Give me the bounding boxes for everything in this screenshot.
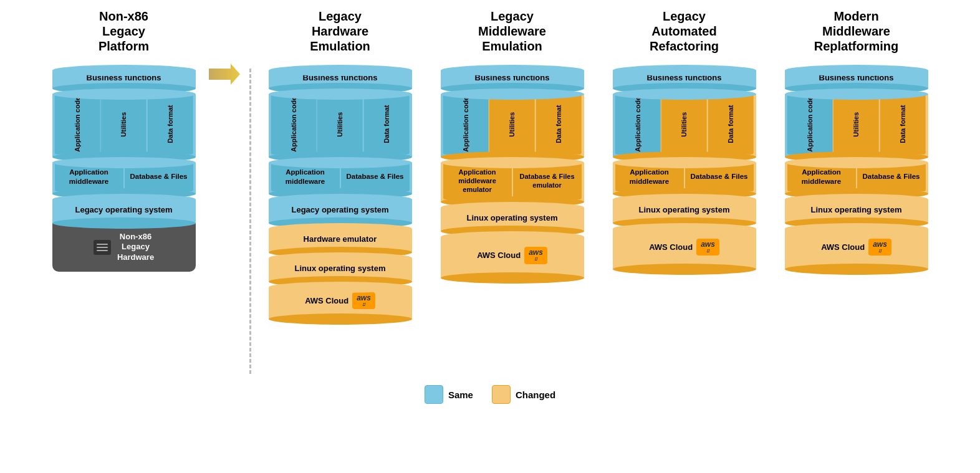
- dashed-sep: [244, 6, 257, 374]
- col2-linux: Linux operating system: [467, 213, 558, 222]
- col1-title: LegacyHardwareEmulation: [310, 6, 370, 56]
- col3-mw-band: Application middleware Database & Files: [613, 157, 756, 199]
- col-mmr: ModernMiddlewareReplatforming Business f…: [776, 6, 938, 275]
- col2-stack: Business functions Application code Util…: [441, 65, 584, 284]
- col1-linux: Linux operating system: [295, 264, 386, 273]
- col-lar: LegacyAutomatedRefactoring Business func…: [603, 6, 766, 275]
- col0-dataformat: Data format: [148, 94, 193, 155]
- col4-utilities: Utilities: [833, 94, 879, 155]
- col0-os-band: Legacy operating system: [52, 194, 196, 229]
- col2-aws-badge: aws ⨿: [524, 247, 547, 264]
- col1-os: Legacy operating system: [291, 205, 388, 214]
- main-container: Non-x86LegacyPlatform Business functions…: [0, 0, 980, 416]
- col3-aws-badge: aws ⨿: [696, 239, 719, 256]
- col1-utilities: Utilities: [317, 94, 363, 155]
- legend-same: Same: [425, 385, 473, 404]
- col3-sub-band: Application code Utilities Data format: [613, 88, 756, 163]
- col2-title: LegacyMiddlewareEmulation: [478, 6, 546, 56]
- col4-appcode: Application code: [787, 94, 833, 155]
- col1-aws-badge: aws ⨿: [352, 292, 375, 310]
- col0-title: Non-x86LegacyPlatform: [98, 6, 149, 56]
- col3-linux: Linux operating system: [639, 205, 730, 214]
- col1-hwemu: Hardware emulator: [304, 234, 377, 244]
- col2-utilities: Utilities: [489, 94, 535, 155]
- arrow-col: [208, 6, 242, 86]
- hardware-icon: [94, 240, 111, 255]
- col4-aws-band: AWS Cloud aws ⨿: [785, 223, 928, 275]
- col1-aws-text: AWS Cloud: [305, 296, 348, 305]
- col4-aws-text: AWS Cloud: [821, 242, 865, 252]
- col3-utilities: Utilities: [661, 94, 707, 155]
- col4-aws-badge: aws ⨿: [868, 239, 891, 256]
- legend-same-label: Same: [448, 389, 473, 400]
- legend-same-box: [425, 385, 443, 404]
- legend-changed: Changed: [492, 385, 555, 404]
- diagram-area: Non-x86LegacyPlatform Business functions…: [12, 6, 968, 374]
- col4-stack: Business functions Application code Util…: [785, 65, 928, 275]
- col2-mw-band: Application middleware emulator Database…: [441, 157, 584, 208]
- col4-sub-band: Application code Utilities Data format: [785, 88, 928, 163]
- col1-mw-band: Application middleware Database & Files: [269, 157, 412, 199]
- legend-changed-label: Changed: [516, 389, 555, 400]
- col-lme: LegacyMiddlewareEmulation Business funct…: [431, 6, 593, 284]
- arrow-right-icon: [209, 62, 240, 86]
- col1-stack: Business functions Application code Util…: [269, 65, 412, 325]
- col3-title: LegacyAutomatedRefactoring: [650, 6, 719, 56]
- col0-hardware-label: Non-x86LegacyHardware: [117, 232, 154, 264]
- col3-stack: Business functions Application code Util…: [613, 65, 756, 275]
- legend-changed-box: [492, 385, 511, 404]
- col3-aws-text: AWS Cloud: [649, 242, 693, 252]
- col0-os-label: Legacy operating system: [75, 205, 172, 214]
- col2-sub-band: Application code Utilities Data format: [441, 88, 584, 163]
- col2-aws-text: AWS Cloud: [477, 251, 521, 260]
- col2-dataformat: Data format: [536, 94, 582, 155]
- col0-hardware: Non-x86LegacyHardware: [52, 223, 196, 272]
- col-nonx86: Non-x86LegacyPlatform Business functions…: [43, 6, 205, 272]
- col0-mw-band: Application middleware Database & Files: [52, 157, 196, 199]
- svg-marker-0: [209, 64, 240, 85]
- col2-aws-band: AWS Cloud aws ⨿: [441, 231, 584, 284]
- col0-appcode: Application code: [55, 94, 100, 155]
- col2-appcode: Application code: [443, 94, 489, 155]
- col4-dataformat: Data format: [880, 94, 926, 155]
- col-lhe: LegacyHardwareEmulation Business functio…: [259, 6, 421, 325]
- col4-linux: Linux operating system: [811, 205, 902, 214]
- col4-mw-band: Application middleware Database & Files: [785, 157, 928, 199]
- col1-appcode: Application code: [271, 94, 317, 155]
- col0-utilities: Utilities: [101, 94, 147, 155]
- col0-sub-band: Application code Utilities Data format: [52, 88, 196, 163]
- col1-dataformat: Data format: [364, 94, 410, 155]
- col1-sub-band: Application code Utilities Data format: [269, 88, 412, 163]
- col0-stack: Business functions Application code Util…: [52, 65, 196, 272]
- legend: Same Changed: [425, 385, 555, 404]
- col1-aws-band: AWS Cloud aws ⨿: [269, 282, 412, 325]
- col3-aws-band: AWS Cloud aws ⨿: [613, 223, 756, 275]
- col4-title: ModernMiddlewareReplatforming: [814, 6, 899, 56]
- col3-appcode: Application code: [615, 94, 661, 155]
- col3-dataformat: Data format: [708, 94, 754, 155]
